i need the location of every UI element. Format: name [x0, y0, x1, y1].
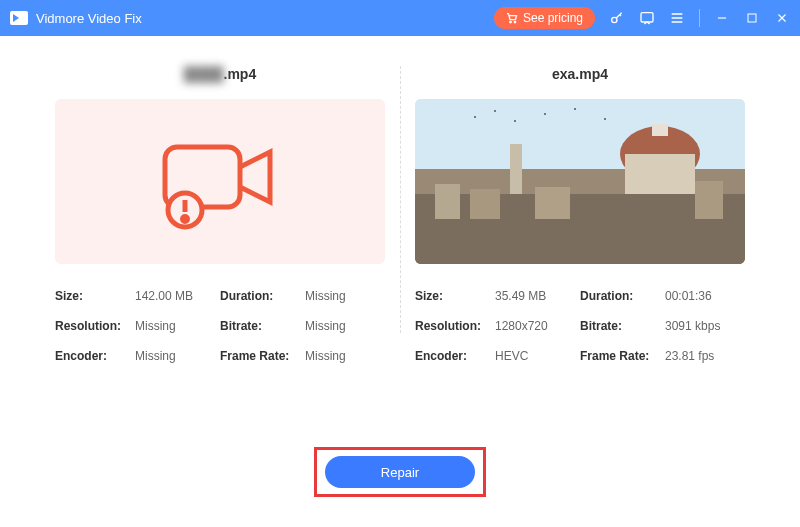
svg-point-2: [612, 17, 617, 22]
titlebar-divider: [699, 9, 700, 27]
duration-label: Duration:: [580, 289, 665, 303]
duration-value: 00:01:36: [665, 289, 745, 303]
encoder-value: Missing: [135, 349, 220, 363]
svg-point-1: [514, 21, 516, 23]
resolution-value: 1280x720: [495, 319, 580, 333]
bitrate-label: Bitrate:: [580, 319, 665, 333]
size-value: 35.49 MB: [495, 289, 580, 303]
svg-point-0: [510, 21, 512, 23]
close-button[interactable]: [774, 10, 790, 26]
encoder-value: HEVC: [495, 349, 580, 363]
framerate-value: Missing: [305, 349, 385, 363]
svg-rect-18: [535, 187, 570, 219]
svg-rect-12: [652, 124, 668, 136]
svg-point-25: [604, 118, 606, 120]
app-title: Vidmore Video Fix: [36, 11, 142, 26]
size-value: 142.00 MB: [135, 289, 220, 303]
broken-filename: ████.mp4: [55, 66, 385, 84]
svg-rect-3: [641, 13, 653, 22]
framerate-value: 23.81 fps: [665, 349, 745, 363]
framerate-label: Frame Rate:: [220, 349, 305, 363]
broken-video-icon: [155, 132, 285, 232]
sample-video-panel: exa.mp4 Si: [415, 66, 745, 363]
sample-thumbnail: [415, 99, 745, 264]
resolution-label: Resolution:: [415, 319, 495, 333]
repair-button[interactable]: Repair: [325, 456, 475, 488]
repair-highlight: Repair: [314, 447, 486, 497]
app-logo-icon: [10, 11, 28, 25]
duration-value: Missing: [305, 289, 385, 303]
maximize-button[interactable]: [744, 10, 760, 26]
vertical-divider: [400, 66, 401, 333]
sample-filename: exa.mp4: [415, 66, 745, 84]
bitrate-value: Missing: [305, 319, 385, 333]
titlebar: Vidmore Video Fix See pricing: [0, 0, 800, 36]
svg-rect-4: [748, 14, 756, 22]
framerate-label: Frame Rate:: [580, 349, 665, 363]
see-pricing-button[interactable]: See pricing: [494, 7, 595, 29]
svg-rect-13: [625, 154, 695, 194]
cart-icon: [506, 12, 518, 24]
svg-point-23: [544, 113, 546, 115]
svg-point-21: [494, 110, 496, 112]
svg-rect-17: [470, 189, 500, 219]
key-icon[interactable]: [609, 10, 625, 26]
size-label: Size:: [415, 289, 495, 303]
sample-metadata: Size: 35.49 MB Duration: 00:01:36 Resolu…: [415, 289, 745, 363]
duration-label: Duration:: [220, 289, 305, 303]
bitrate-label: Bitrate:: [220, 319, 305, 333]
size-label: Size:: [55, 289, 135, 303]
encoder-label: Encoder:: [415, 349, 495, 363]
svg-point-20: [474, 116, 476, 118]
broken-metadata: Size: 142.00 MB Duration: Missing Resolu…: [55, 289, 385, 363]
encoder-label: Encoder:: [55, 349, 135, 363]
menu-icon[interactable]: [669, 10, 685, 26]
minimize-button[interactable]: [714, 10, 730, 26]
main-content: ████.mp4 Size: 142.00 MB Duration:: [0, 36, 800, 363]
broken-thumbnail: [55, 99, 385, 264]
svg-point-24: [574, 108, 576, 110]
svg-rect-14: [510, 144, 522, 194]
footer: Repair: [0, 447, 800, 497]
resolution-value: Missing: [135, 319, 220, 333]
resolution-label: Resolution:: [55, 319, 135, 333]
pricing-label: See pricing: [523, 11, 583, 25]
bitrate-value: 3091 kbps: [665, 319, 745, 333]
svg-point-22: [514, 120, 516, 122]
broken-video-panel: ████.mp4 Size: 142.00 MB Duration:: [55, 66, 385, 363]
svg-rect-19: [695, 181, 723, 219]
app-window: Vidmore Video Fix See pricing: [0, 0, 800, 527]
svg-rect-16: [435, 184, 460, 219]
feedback-icon[interactable]: [639, 10, 655, 26]
svg-point-8: [183, 216, 188, 221]
